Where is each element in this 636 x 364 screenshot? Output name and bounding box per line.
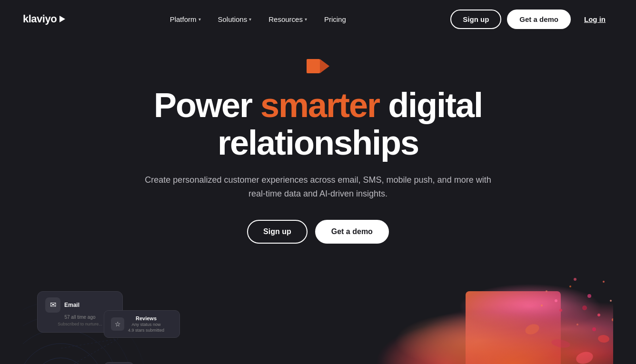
nav-solutions[interactable]: Solutions ▾: [211, 11, 258, 27]
svg-rect-1: [307, 59, 320, 73]
star-icon: ☆: [111, 317, 124, 331]
hero-section: Power smarter digital relationships Crea…: [0, 38, 636, 364]
nav-pricing[interactable]: Pricing: [318, 11, 353, 27]
hero-title: Power smarter digital relationships: [104, 87, 532, 162]
chevron-down-icon: ▾: [249, 17, 251, 22]
hero-ui-left: ✉ Email 57 all time ago Subscribed to nu…: [23, 291, 185, 364]
nav-links: Platform ▾ Solutions ▾ Resources ▾ Prici…: [163, 11, 353, 27]
chevron-down-icon: ▾: [199, 17, 201, 22]
hero-buttons: Sign up Get a demo: [247, 220, 389, 244]
nav-login-button[interactable]: Log in: [576, 10, 613, 28]
logo[interactable]: klaviyo: [23, 13, 65, 25]
svg-line-9: [61, 339, 118, 348]
email-label: Email: [64, 302, 80, 308]
review-card: ☆ Reviews Any status now 4.9 stars submi…: [104, 310, 180, 338]
hero-signup-button[interactable]: Sign up: [247, 220, 308, 244]
svg-line-8: [61, 339, 118, 364]
nav-resources[interactable]: Resources ▾: [262, 11, 314, 27]
nav-demo-button[interactable]: Get a demo: [507, 10, 571, 29]
chevron-down-icon: ▾: [305, 17, 307, 22]
hero-demo-button[interactable]: Get a demo: [315, 220, 389, 244]
review-text: Reviews Any status now 4.9 stars submitt…: [128, 315, 164, 333]
logo-text: klaviyo: [23, 13, 57, 25]
logo-icon: [59, 16, 65, 22]
hero-visual-right: [280, 272, 613, 364]
hero-visual: ✉ Email 57 all time ago Subscribed to nu…: [23, 272, 613, 364]
email-icon: ✉: [45, 297, 60, 313]
email-card-header: ✉ Email: [45, 297, 115, 313]
svg-point-3: [32, 358, 89, 364]
nav-signup-button[interactable]: Sign up: [450, 10, 501, 29]
svg-marker-2: [320, 59, 329, 73]
hero-logo-icon: [307, 57, 329, 75]
review-sub2: 4.9 stars submitted: [128, 328, 164, 333]
svg-marker-0: [60, 16, 65, 22]
review-sub1: Any status now: [128, 322, 164, 327]
review-label: Reviews: [128, 315, 164, 321]
navbar: klaviyo Platform ▾ Solutions ▾ Resources…: [0, 0, 636, 38]
nav-actions: Sign up Get a demo Log in: [450, 10, 613, 29]
nav-platform[interactable]: Platform ▾: [163, 11, 208, 27]
color-explosion: [280, 272, 613, 364]
hero-subtitle: Create personalized customer experiences…: [142, 173, 494, 201]
days-badge: 2 days: [104, 362, 134, 364]
